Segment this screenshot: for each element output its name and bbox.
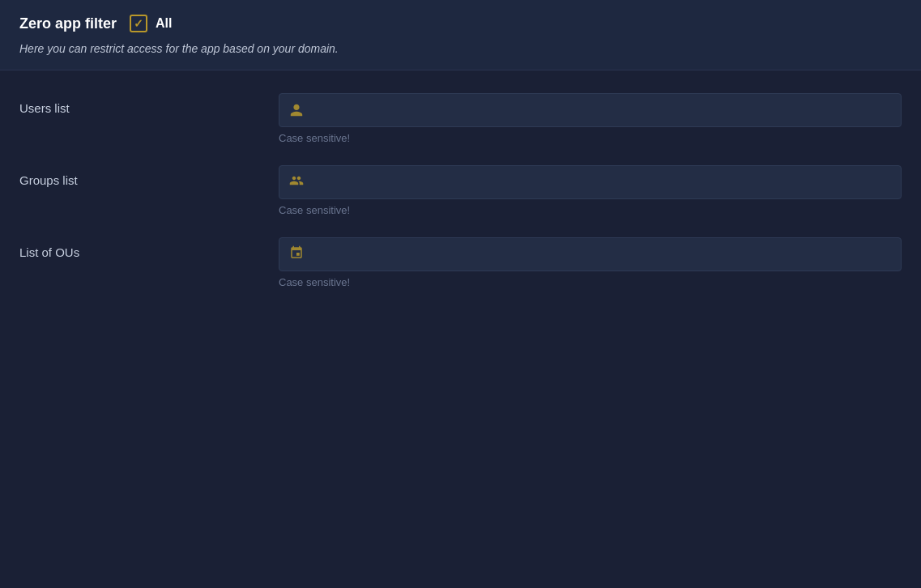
groups-case-note: Case sensitive!: [279, 204, 902, 216]
all-checkbox[interactable]: ✓: [130, 15, 147, 32]
ous-list-label: List of OUs: [19, 237, 279, 259]
ous-list-input-wrapper: Case sensitive!: [279, 237, 902, 303]
fields-section: Users list Case sensitive! Groups list: [0, 70, 921, 332]
groups-list-input-wrapper: Case sensitive!: [279, 165, 902, 231]
header-top: Zero app filter ✓ All: [19, 15, 902, 32]
subtitle-text: Here you can restrict access for the app…: [19, 42, 902, 55]
groups-list-input[interactable]: [279, 165, 902, 199]
groups-list-row: Groups list Case sensitive!: [19, 165, 902, 231]
ous-case-note: Case sensitive!: [279, 276, 902, 288]
page-title: Zero app filter: [19, 15, 117, 32]
group-icon: [289, 173, 304, 191]
ous-list-input[interactable]: [279, 237, 902, 271]
all-checkbox-wrapper[interactable]: ✓ All: [130, 15, 172, 32]
users-list-row: Users list Case sensitive!: [19, 93, 902, 159]
main-container: Zero app filter ✓ All Here you can restr…: [0, 0, 921, 588]
user-icon: [289, 103, 304, 117]
checkmark-icon: ✓: [134, 18, 143, 29]
all-label: All: [156, 16, 172, 31]
ous-list-row: List of OUs Case sensitive!: [19, 237, 902, 303]
org-icon: [289, 245, 304, 263]
groups-list-label: Groups list: [19, 165, 279, 187]
header-section: Zero app filter ✓ All Here you can restr…: [0, 0, 921, 70]
users-list-input[interactable]: [279, 93, 902, 127]
users-list-label: Users list: [19, 93, 279, 115]
users-case-note: Case sensitive!: [279, 132, 902, 144]
users-list-input-wrapper: Case sensitive!: [279, 93, 902, 159]
